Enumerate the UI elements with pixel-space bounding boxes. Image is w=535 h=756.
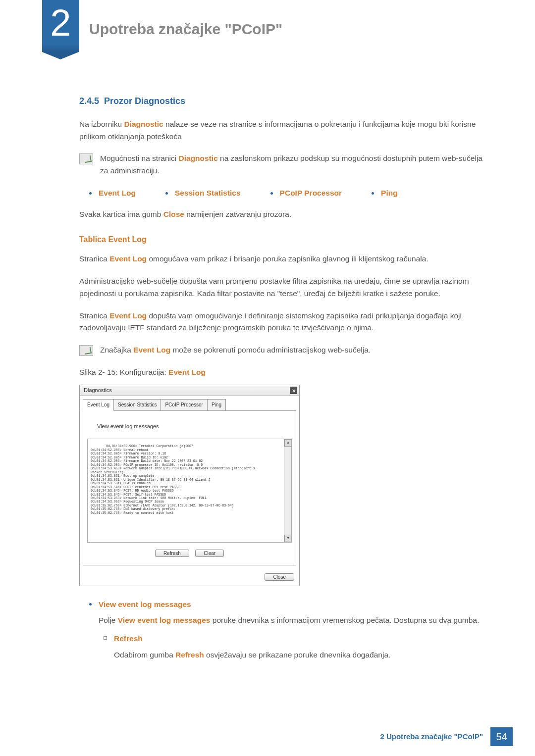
log-content: 0d,01:34:52.906> Teradici Corporation (c… bbox=[91, 445, 255, 514]
clear-button[interactable]: Clear bbox=[195, 550, 224, 557]
velm-text: Polje View event log messages poruke dne… bbox=[99, 614, 485, 627]
close-sentence: Svaka kartica ima gumb Close namijenjen … bbox=[79, 208, 485, 221]
refresh-title: Refresh bbox=[114, 633, 485, 645]
refresh-text: Odabirom gumba Refresh osvježavaju se pr… bbox=[114, 649, 485, 661]
scrollbar[interactable]: ▲ ▼ bbox=[284, 439, 291, 542]
event-log-textarea[interactable]: 0d,01:34:52.906> Teradici Corporation (c… bbox=[87, 439, 292, 543]
note-icon bbox=[79, 345, 93, 356]
figure-label: Slika 2- 15: Konfiguracija: Event Log bbox=[79, 366, 485, 379]
diag-tabs: Event Log Session Statistics PCoIP Proce… bbox=[80, 396, 299, 411]
p2: Administracijsko web-sučelje dopušta vam… bbox=[79, 275, 485, 300]
dot-icon bbox=[270, 192, 273, 195]
tablica-heading: Tablica Event Log bbox=[79, 233, 485, 246]
tabs-bullet-list: Event Log Session Statistics PCoIP Proce… bbox=[79, 187, 485, 200]
dot-icon bbox=[165, 192, 168, 195]
main-content: 2.4.5Prozor Diagnostics Na izborniku Dia… bbox=[79, 94, 485, 677]
close-icon[interactable]: ✕ bbox=[290, 387, 297, 394]
square-bullet-icon bbox=[104, 636, 107, 640]
section-number: 2.4.5 bbox=[79, 96, 99, 106]
diag-button-row: Refresh Clear bbox=[87, 543, 292, 561]
close-button[interactable]: Close bbox=[265, 573, 294, 581]
dot-icon bbox=[89, 603, 92, 605]
p3: Stranica Event Log dopušta vam omogućiva… bbox=[79, 310, 485, 335]
diag-close-row: Close bbox=[80, 568, 299, 586]
bullet-event-log: Event Log bbox=[89, 187, 136, 200]
sub-bullet-list: View event log messages Polje View event… bbox=[79, 599, 485, 672]
footer: 2 Upotreba značajke "PCoIP" 54 bbox=[380, 727, 513, 746]
chapter-number: 2 bbox=[50, 4, 71, 42]
diag-heading: View event log messages bbox=[87, 415, 292, 439]
velm-title: View event log messages bbox=[99, 599, 485, 611]
page-title: Upotreba značajke "PCoIP" bbox=[89, 17, 282, 41]
bullet-pcoip-processor: PCoIP Processor bbox=[270, 187, 342, 200]
dot-icon bbox=[372, 192, 374, 195]
scroll-down-icon[interactable]: ▼ bbox=[284, 535, 292, 542]
tab-event-log[interactable]: Event Log bbox=[83, 399, 114, 411]
tab-pcoip-processor[interactable]: PCoIP Processor bbox=[160, 399, 208, 411]
note-2: Značajka Event Log može se pokrenuti pom… bbox=[79, 344, 485, 356]
diag-title: Diagnostics bbox=[84, 386, 112, 395]
tab-session-statistics[interactable]: Session Statistics bbox=[113, 399, 161, 411]
tab-ping[interactable]: Ping bbox=[207, 399, 226, 411]
dot-icon bbox=[89, 192, 92, 195]
intro-paragraph: Na izborniku Diagnostic nalaze se veze n… bbox=[79, 118, 485, 143]
diag-tabcontent: View event log messages 0d,01:34:52.906>… bbox=[83, 410, 296, 565]
footer-text: 2 Upotreba značajke "PCoIP" bbox=[380, 731, 483, 743]
diagnostic-term: Diagnostic bbox=[124, 120, 163, 128]
diag-titlebar: Diagnostics ✕ bbox=[80, 385, 299, 397]
p1: Stranica Event Log omogućava vam prikaz … bbox=[79, 253, 485, 265]
bullet-session-stats: Session Statistics bbox=[165, 187, 241, 200]
bullet-ping: Ping bbox=[372, 187, 398, 200]
note-1: Mogućnosti na stranici Diagnostic na zas… bbox=[79, 152, 485, 177]
note-icon bbox=[79, 153, 93, 164]
sub-bullet-view-messages: View event log messages Polje View event… bbox=[89, 599, 485, 672]
page-number: 54 bbox=[490, 727, 513, 746]
section-title: Prozor Diagnostics bbox=[104, 96, 185, 106]
refresh-button[interactable]: Refresh bbox=[155, 550, 189, 557]
scroll-up-icon[interactable]: ▲ bbox=[284, 439, 292, 447]
section-heading: 2.4.5Prozor Diagnostics bbox=[79, 94, 485, 108]
diagnostics-window: Diagnostics ✕ Event Log Session Statisti… bbox=[79, 385, 300, 586]
chapter-badge: 2 bbox=[42, 0, 79, 52]
sub-bullet-refresh: Refresh Odabirom gumba Refresh osvježava… bbox=[99, 633, 485, 667]
